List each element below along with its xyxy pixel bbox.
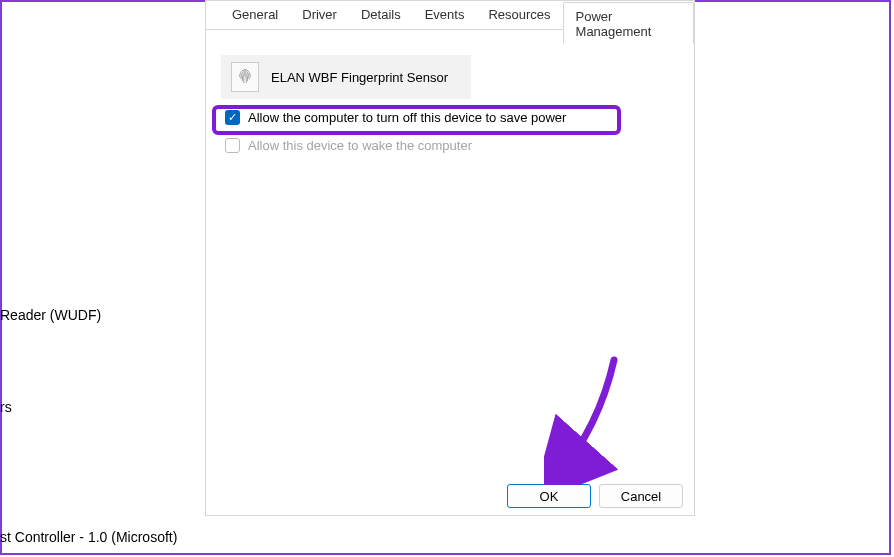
tab-general[interactable]: General [220, 1, 290, 43]
device-header: ELAN WBF Fingerprint Sensor [221, 55, 471, 99]
highlight-annotation [212, 105, 621, 135]
allow-wake-row: Allow this device to wake the computer [225, 138, 472, 153]
cancel-button[interactable]: Cancel [599, 484, 683, 508]
allow-wake-checkbox [225, 138, 240, 153]
background-text-controller: st Controller - 1.0 (Microsoft) [0, 529, 177, 545]
properties-dialog: General Driver Details Events Resources … [205, 0, 695, 516]
tab-events[interactable]: Events [413, 1, 477, 43]
dialog-button-row: OK Cancel [507, 484, 683, 508]
fingerprint-icon [237, 67, 253, 87]
ok-button[interactable]: OK [507, 484, 591, 508]
tab-strip: General Driver Details Events Resources … [206, 1, 694, 43]
tab-resources[interactable]: Resources [476, 1, 562, 43]
device-icon-container [231, 62, 259, 92]
background-text-rs: rs [0, 399, 12, 415]
tab-driver[interactable]: Driver [290, 1, 349, 43]
tab-power-management[interactable]: Power Management [563, 2, 694, 44]
background-text-reader: Reader (WUDF) [0, 307, 101, 323]
device-name-label: ELAN WBF Fingerprint Sensor [271, 70, 448, 85]
allow-wake-label: Allow this device to wake the computer [248, 138, 472, 153]
tab-details[interactable]: Details [349, 1, 413, 43]
